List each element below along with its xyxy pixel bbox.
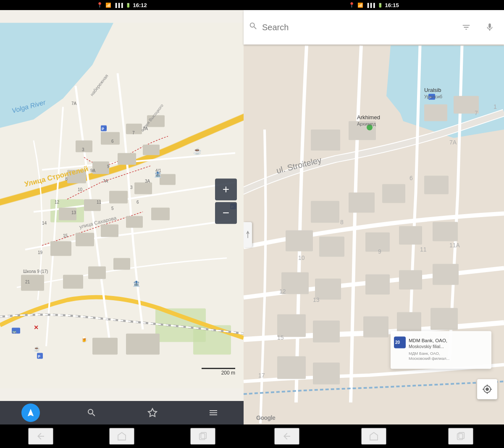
svg-text:12: 12 [279, 288, 286, 295]
svg-rect-24 [63, 275, 83, 289]
svg-text:7: 7 [132, 131, 135, 135]
battery-icon: 🔋 [126, 3, 131, 8]
svg-rect-7 [101, 132, 120, 145]
svg-marker-72 [148, 409, 157, 417]
svg-rect-18 [160, 174, 176, 185]
svg-rect-78 [424, 105, 447, 121]
mic-button[interactable] [480, 18, 499, 37]
left-system-nav [0, 428, 244, 445]
svg-text:7А: 7А [103, 179, 108, 183]
search-nav-button[interactable] [80, 401, 103, 424]
svg-text:13: 13 [313, 296, 320, 303]
svg-text:🍺: 🍺 [81, 336, 88, 343]
svg-rect-20 [76, 233, 94, 246]
svg-rect-17 [134, 183, 152, 194]
svg-rect-12 [118, 153, 136, 165]
svg-text:Arkhimed: Arkhimed [357, 114, 380, 121]
home-button-left[interactable] [109, 428, 134, 445]
svg-text:7А: 7А [449, 139, 457, 146]
svg-text:Уралсиб: Уралсиб [424, 94, 442, 99]
svg-rect-83 [424, 176, 449, 194]
svg-rect-27 [21, 275, 44, 291]
home-button-right[interactable] [361, 428, 386, 445]
filter-button[interactable] [457, 18, 475, 37]
svg-text:Uralsib: Uralsib [424, 87, 441, 93]
svg-text:☕: ☕ [193, 147, 202, 155]
right-location-pin-icon: 📍 [349, 2, 355, 8]
google-logo: Google [256, 414, 275, 421]
svg-text:☕: ☕ [34, 346, 40, 352]
svg-rect-19 [50, 241, 71, 256]
svg-text:10: 10 [78, 187, 83, 192]
svg-text:11: 11 [420, 246, 427, 253]
zoom-out-button[interactable]: − [215, 202, 237, 224]
svg-rect-26 [113, 258, 130, 270]
svg-text:19: 19 [38, 250, 43, 255]
recents-button-left[interactable] [190, 428, 215, 445]
nav-active-indicator [21, 403, 40, 422]
recents-button-right[interactable] [448, 428, 473, 445]
location-pin-icon: 📍 [97, 2, 103, 8]
left-map-area[interactable]: Volga River набережная аллея Высоцкого У… [0, 10, 244, 401]
navigation-button[interactable] [19, 401, 42, 424]
svg-text:3А: 3А [145, 179, 150, 183]
menu-nav-button[interactable] [202, 401, 225, 424]
svg-text:20: 20 [395, 340, 400, 345]
svg-rect-100 [313, 363, 340, 385]
svg-rect-29 [92, 338, 118, 355]
left-status-bar: 📍 📶 ▐▐▐ 🔋 16:12 [0, 0, 244, 10]
svg-text:9: 9 [378, 248, 381, 255]
svg-rect-84 [286, 231, 313, 252]
search-bar [244, 10, 504, 45]
svg-text:Moskovskiy filial...: Moskovskiy filial... [409, 344, 444, 349]
search-input-wrapper[interactable] [249, 21, 452, 33]
back-button-right[interactable] [274, 428, 299, 445]
svg-text:7А: 7А [71, 101, 77, 106]
svg-rect-97 [397, 312, 421, 333]
svg-rect-21 [101, 225, 118, 237]
svg-text:10: 10 [298, 254, 305, 261]
svg-rect-80 [311, 201, 339, 223]
scale-line [202, 368, 235, 369]
scale-label: 200 m [221, 370, 235, 376]
svg-rect-16 [109, 191, 128, 204]
svg-text:6: 6 [136, 200, 139, 204]
side-handle[interactable] [244, 222, 252, 247]
svg-rect-13 [143, 145, 160, 155]
svg-text:12: 12 [55, 200, 60, 204]
svg-rect-22 [126, 216, 143, 228]
zoom-in-button[interactable]: + [215, 178, 237, 200]
svg-rect-91 [365, 275, 390, 295]
svg-text:🚌: 🚌 [12, 329, 16, 333]
svg-text:✕: ✕ [34, 324, 39, 331]
svg-text:Московский филиал...: Московский филиал... [409, 356, 449, 361]
left-map-panel: Volga River набережная аллея Высоцкого У… [0, 10, 244, 424]
svg-text:7: 7 [475, 110, 478, 116]
location-fab-button[interactable] [477, 379, 497, 399]
right-system-nav [244, 428, 504, 445]
svg-text:6: 6 [410, 175, 413, 181]
svg-text:11: 11 [97, 200, 102, 204]
right-battery-icon: 🔋 [378, 3, 383, 8]
signal-icon: ▐▐▐ [114, 3, 123, 8]
svg-text:Школа 9 (17): Школа 9 (17) [23, 269, 48, 274]
zoom-controls: + − [215, 178, 237, 224]
svg-rect-76 [311, 130, 340, 151]
back-button-left[interactable] [28, 428, 53, 445]
svg-text:14: 14 [42, 221, 47, 225]
svg-rect-23 [151, 208, 170, 220]
svg-text:MDM Bank, OAO,: MDM Bank, OAO, [409, 338, 447, 343]
svg-text:МДМ Банк, ОАО,: МДМ Банк, ОАО, [409, 351, 440, 356]
svg-text:Архимед: Архимед [357, 121, 376, 126]
search-input[interactable] [262, 23, 452, 32]
svg-rect-81 [349, 193, 375, 213]
svg-rect-122 [391, 331, 491, 369]
left-status-time: 16:12 [133, 2, 147, 8]
svg-text:3: 3 [130, 185, 133, 190]
svg-text:9: 9 [107, 164, 110, 169]
right-status-bar: 📍 📶 ▐▐▐ 🔋 16:15 [244, 0, 504, 10]
svg-text:17: 17 [258, 372, 265, 379]
svg-text:21: 21 [25, 280, 30, 284]
favorites-nav-button[interactable] [141, 401, 164, 424]
right-map-area[interactable]: ul. Stroiteley 6 7 7А 8 9 11 11А 10 12 1… [244, 45, 504, 424]
